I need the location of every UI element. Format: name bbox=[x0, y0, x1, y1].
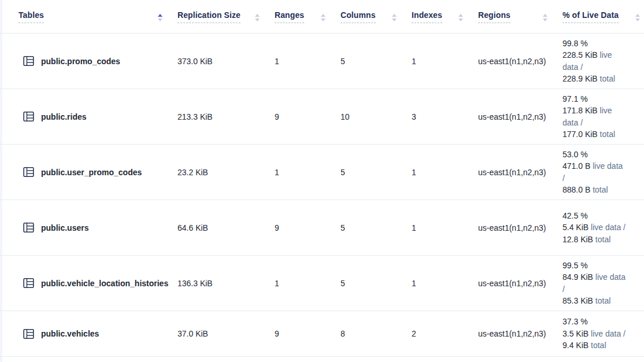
sort-icon[interactable] bbox=[392, 12, 397, 21]
indexes-value: 1 bbox=[412, 168, 478, 177]
columns-value: 5 bbox=[340, 223, 412, 232]
table-row: public.user_promo_codes 23.2 KiB 1 5 1 u… bbox=[0, 145, 644, 200]
live-data-percent: 37.3 % bbox=[562, 316, 627, 328]
regions-value: us-east1(n1,n2,n3) bbox=[478, 223, 562, 232]
live-data-size: 3.5 KiB live data / bbox=[562, 328, 627, 340]
columns-value: 8 bbox=[340, 329, 412, 338]
table-header-row: Tables Replication Size Ranges Columns I… bbox=[0, 0, 644, 34]
table-row: public.vehicle_location_histories 136.3 … bbox=[0, 256, 644, 311]
table-icon bbox=[23, 56, 34, 67]
total-data-size: 85.3 KiB total bbox=[562, 295, 627, 307]
table-icon bbox=[23, 278, 34, 289]
total-data-size: 888.0 B total bbox=[562, 184, 627, 196]
table-row: public.rides 213.3 KiB 9 10 3 us-east1(n… bbox=[0, 89, 644, 145]
table-name-link[interactable]: public.vehicles bbox=[41, 329, 99, 338]
regions-value: us-east1(n1,n2,n3) bbox=[478, 279, 562, 288]
sort-icon[interactable] bbox=[458, 12, 463, 21]
columns-value: 5 bbox=[340, 279, 412, 288]
live-data-size: 84.9 KiB live data / bbox=[562, 271, 627, 295]
column-header-label[interactable]: Replication Size bbox=[177, 10, 240, 23]
sort-icon[interactable] bbox=[255, 12, 260, 21]
sort-icon[interactable] bbox=[158, 12, 162, 21]
total-data-size: 9.4 KiB total bbox=[562, 339, 627, 352]
live-data-size: 228.5 KiB live data / bbox=[562, 49, 627, 73]
column-header-label[interactable]: Regions bbox=[478, 10, 510, 23]
live-data-percent: 99.8 % bbox=[562, 38, 627, 50]
indexes-value: 3 bbox=[412, 112, 478, 121]
replication-size-value: 136.3 KiB bbox=[177, 279, 275, 288]
column-header-columns[interactable]: Columns bbox=[340, 0, 412, 33]
column-header-label[interactable]: Columns bbox=[340, 10, 376, 23]
live-data-percent: 97.1 % bbox=[562, 93, 627, 105]
live-data-cell: 99.5 % 84.9 KiB live data / 85.3 KiB tot… bbox=[562, 260, 644, 307]
table-row: public.users 64.6 KiB 9 5 1 us-east1(n1,… bbox=[0, 200, 644, 256]
column-header-label[interactable]: Tables bbox=[18, 10, 44, 23]
sort-icon[interactable] bbox=[635, 12, 640, 21]
regions-value: us-east1(n1,n2,n3) bbox=[478, 112, 562, 121]
regions-value: us-east1(n1,n2,n3) bbox=[478, 57, 562, 66]
indexes-value: 1 bbox=[412, 279, 478, 288]
ranges-value: 1 bbox=[275, 168, 340, 177]
live-data-percent: 42.5 % bbox=[562, 210, 627, 222]
live-data-cell: 99.8 % 228.5 KiB live data / 228.9 KiB t… bbox=[562, 38, 644, 85]
replication-size-value: 23.2 KiB bbox=[177, 168, 275, 177]
total-data-size: 228.9 KiB total bbox=[562, 73, 627, 85]
total-data-size: 177.0 KiB total bbox=[562, 128, 627, 141]
replication-size-value: 64.6 KiB bbox=[177, 223, 275, 232]
indexes-value: 1 bbox=[412, 223, 478, 232]
ranges-value: 1 bbox=[275, 279, 340, 288]
column-header-tables[interactable]: Tables bbox=[0, 0, 177, 33]
live-data-cell: 97.1 % 171.8 KiB live data / 177.0 KiB t… bbox=[562, 93, 644, 141]
columns-value: 10 bbox=[340, 112, 412, 121]
table-name-link[interactable]: public.promo_codes bbox=[41, 57, 120, 66]
column-header-ranges[interactable]: Ranges bbox=[275, 0, 340, 33]
columns-value: 5 bbox=[340, 57, 412, 66]
table-row: public.promo_codes 373.0 KiB 1 5 1 us-ea… bbox=[0, 34, 644, 89]
indexes-value: 1 bbox=[412, 57, 478, 66]
table-name-link[interactable]: public.user_promo_codes bbox=[41, 168, 142, 177]
sort-icon[interactable] bbox=[543, 12, 547, 21]
column-header-regions[interactable]: Regions bbox=[478, 0, 562, 33]
column-header-label[interactable]: Indexes bbox=[412, 10, 442, 23]
tables-page: Tables Replication Size Ranges Columns I… bbox=[0, 0, 644, 362]
ranges-value: 9 bbox=[275, 112, 340, 121]
column-header-label[interactable]: Ranges bbox=[275, 10, 304, 23]
live-data-size: 5.4 KiB live data / bbox=[562, 221, 627, 234]
indexes-value: 2 bbox=[412, 329, 478, 338]
table-icon bbox=[23, 167, 34, 178]
table-icon bbox=[23, 111, 34, 122]
database-tables-table: Tables Replication Size Ranges Columns I… bbox=[0, 0, 644, 357]
ranges-value: 1 bbox=[275, 57, 340, 66]
table-name-link[interactable]: public.vehicle_location_histories bbox=[41, 279, 168, 288]
ranges-value: 9 bbox=[275, 223, 340, 232]
columns-value: 5 bbox=[340, 168, 412, 177]
table-name-link[interactable]: public.rides bbox=[41, 112, 87, 121]
live-data-size: 171.8 KiB live data / bbox=[562, 105, 627, 128]
live-data-percent: 99.5 % bbox=[562, 260, 627, 272]
table-icon bbox=[23, 328, 34, 339]
live-data-percent: 53.0 % bbox=[562, 149, 627, 161]
live-data-cell: 37.3 % 3.5 KiB live data / 9.4 KiB total bbox=[562, 316, 644, 352]
replication-size-value: 37.0 KiB bbox=[177, 329, 275, 338]
ranges-value: 9 bbox=[275, 329, 340, 338]
replication-size-value: 213.3 KiB bbox=[177, 112, 275, 121]
live-data-cell: 42.5 % 5.4 KiB live data / 12.8 KiB tota… bbox=[562, 210, 644, 246]
column-header-indexes[interactable]: Indexes bbox=[412, 0, 478, 33]
live-data-size: 471.0 B live data / bbox=[562, 160, 627, 184]
column-header-label[interactable]: % of Live Data bbox=[562, 10, 619, 23]
table-row: public.vehicles 37.0 KiB 9 8 2 us-east1(… bbox=[0, 311, 644, 357]
regions-value: us-east1(n1,n2,n3) bbox=[478, 329, 562, 338]
replication-size-value: 373.0 KiB bbox=[177, 57, 275, 66]
column-header-live-data[interactable]: % of Live Data bbox=[562, 0, 644, 33]
table-name-link[interactable]: public.users bbox=[41, 223, 88, 232]
table-icon bbox=[23, 222, 34, 233]
live-data-cell: 53.0 % 471.0 B live data / 888.0 B total bbox=[562, 149, 644, 196]
total-data-size: 12.8 KiB total bbox=[562, 234, 627, 246]
column-header-replication-size[interactable]: Replication Size bbox=[177, 0, 275, 33]
regions-value: us-east1(n1,n2,n3) bbox=[478, 168, 562, 177]
sort-icon[interactable] bbox=[321, 12, 325, 21]
